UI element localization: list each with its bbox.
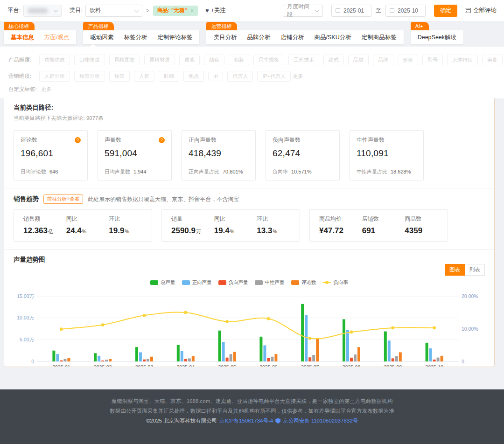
- nav-item[interactable]: 店铺分析: [280, 34, 304, 42]
- bar-neutral-volume: [354, 354, 357, 361]
- period-type-select[interactable]: 月度时间段: [283, 5, 323, 17]
- legend-item-negative-volume[interactable]: 负向声量: [218, 279, 248, 286]
- filter-chip[interactable]: 人群分析: [39, 71, 70, 82]
- filter-chip[interactable]: 颜色: [204, 55, 224, 65]
- filter-chip[interactable]: 品类: [348, 55, 369, 65]
- start-date-input[interactable]: 2025-01: [331, 5, 371, 17]
- goto-analysis-button[interactable]: 前往分析+查看: [43, 194, 83, 204]
- close-icon[interactable]: ×: [190, 7, 194, 14]
- line-point-negative-rate: [184, 311, 187, 314]
- filter-chip[interactable]: 美食: [482, 55, 503, 65]
- stat-card-label: 声量数: [105, 136, 121, 144]
- nav-group-tab: 运营指标: [206, 22, 237, 30]
- confirm-button[interactable]: 确定: [434, 5, 457, 17]
- help-icon[interactable]: ?: [159, 137, 165, 143]
- nav-item[interactable]: 方面/观点: [44, 34, 69, 42]
- comment-list-icon: [465, 8, 471, 13]
- filter-chip[interactable]: 功能功效: [39, 55, 70, 65]
- filter-chip[interactable]: 地点: [183, 71, 204, 82]
- filter-chip[interactable]: 风格图案: [109, 55, 140, 65]
- volume-trend-chart-area: 15.00万10.00万5.00万020.00%10.00%02025-0120…: [4, 293, 494, 367]
- nav-item[interactable]: 基本信息: [11, 34, 34, 42]
- legend-item-neutral-volume[interactable]: 中性声量: [255, 279, 285, 286]
- filter-chip[interactable]: 品牌: [373, 55, 393, 65]
- bar-positive-volume: [305, 315, 308, 361]
- filter-row-1: 营销维度:人群分析场景分析场景人群时间地点IP代言人IP+代言人更多: [8, 71, 504, 82]
- filter-chip[interactable]: 人群: [134, 71, 154, 82]
- filter-chip[interactable]: 原料材质: [144, 55, 175, 65]
- stat-card-sub-value: 10.571%: [291, 169, 311, 174]
- filter-chip[interactable]: 口味味道: [74, 55, 105, 65]
- all-comments-button[interactable]: 全部评论: [465, 7, 497, 14]
- follow-button[interactable]: ♥ +关注: [205, 7, 226, 14]
- filter-chip[interactable]: 质地: [179, 55, 200, 65]
- filter-chip[interactable]: 包装: [229, 55, 249, 65]
- nav-item[interactable]: 标签分析: [124, 34, 147, 42]
- more-link[interactable]: 更多: [41, 86, 51, 93]
- chevron-down-icon: [315, 7, 320, 12]
- end-date-input[interactable]: 2025-10: [385, 5, 426, 17]
- nav-item[interactable]: 定制评论标签: [157, 34, 192, 42]
- toggle-chart-view[interactable]: 图表: [445, 264, 465, 276]
- date-range-to-label: 至: [376, 7, 381, 14]
- bar-positive-volume: [222, 342, 225, 361]
- legend-item-positive-volume[interactable]: 正向声量: [182, 279, 212, 286]
- toggle-list-view[interactable]: 列表: [465, 264, 485, 276]
- bar-comment-count: [67, 358, 70, 361]
- stat-card-value: 110,091: [357, 148, 417, 159]
- nav-group-items: 类目分析品牌分析店铺分析商品/SKU分析定制商品标签: [206, 30, 403, 44]
- legend-item-comment-count[interactable]: 评论数: [291, 279, 316, 286]
- nav-item[interactable]: 商品/SKU分析: [314, 34, 351, 42]
- sales-metric: 销售额12.363亿: [23, 215, 66, 236]
- filter-chip[interactable]: 形状: [398, 55, 418, 65]
- left-axis-tick: 15.00万: [17, 293, 34, 299]
- icp-license-link[interactable]: 京ICP备15061734号-4: [219, 416, 273, 426]
- follow-label: +关注: [211, 7, 226, 14]
- police-license-link[interactable]: 京公网安备 11010502037832号: [283, 416, 358, 426]
- filter-chip[interactable]: 人体特征: [447, 55, 478, 65]
- nav-item[interactable]: 品牌分析: [247, 34, 270, 42]
- nav-group-items: 基本信息方面/观点: [4, 30, 76, 44]
- footer-copyright: ©2025 北京淘幂科技有限公司: [146, 416, 217, 426]
- sales-metric: 商品数4359: [405, 215, 448, 236]
- sales-metric: 销量2590.9万: [171, 215, 214, 236]
- stat-card-sub: 日均评论数646: [21, 168, 81, 175]
- bar-positive-volume: [56, 354, 59, 361]
- stat-card-value: 62,474: [273, 148, 333, 159]
- help-icon[interactable]: ?: [75, 137, 81, 143]
- filter-chip[interactable]: 工艺技术: [288, 55, 319, 65]
- metric-value: 19.9%: [109, 226, 152, 236]
- category-select[interactable]: 饮料: [85, 5, 142, 17]
- stat-card-sub: 中性声量占比18.628%: [357, 168, 417, 175]
- nav-group-tab: 核心指标: [4, 22, 35, 30]
- bar-total-volume: [384, 332, 387, 361]
- legend-item-negative-rate[interactable]: 负向率: [322, 279, 348, 286]
- nav-item[interactable]: 定制商品标签: [362, 34, 397, 42]
- legend-item-total-volume[interactable]: 总声量: [150, 279, 175, 286]
- nav-item[interactable]: DeepSeek解读: [418, 34, 456, 42]
- left-axis-tick: 0: [31, 359, 34, 364]
- filter-chip[interactable]: 代言人: [227, 71, 253, 82]
- nav-item[interactable]: 类目分析: [213, 34, 237, 42]
- stat-card-value: 418,439: [189, 148, 249, 159]
- sales-trend-title: 销售趋势: [14, 195, 39, 203]
- bar-neutral-volume: [230, 354, 232, 361]
- filter-chip[interactable]: 尺寸规格: [253, 55, 284, 65]
- legend-label: 负向率: [333, 279, 348, 286]
- filter-chip[interactable]: 场景分析: [74, 71, 105, 82]
- more-link[interactable]: 更多: [293, 73, 303, 80]
- filter-chip[interactable]: 型号: [422, 55, 443, 65]
- filter-chip[interactable]: 场景: [109, 71, 130, 82]
- stat-card-sub-value: 646: [49, 169, 58, 174]
- stat-card-sub-value: 18.628%: [391, 169, 411, 174]
- filter-chip[interactable]: IP: [208, 72, 223, 81]
- nav-item[interactable]: 驱动因素: [90, 34, 113, 42]
- legend-line-icon: [322, 282, 331, 284]
- filter-chip[interactable]: IP+代言人: [257, 71, 291, 82]
- metric-value: ¥47.72: [319, 226, 362, 236]
- platform-select[interactable]: [23, 5, 62, 17]
- filter-chip[interactable]: 款式: [323, 55, 344, 65]
- filter-chip[interactable]: 时间: [159, 71, 179, 82]
- keyword-filter-tag[interactable]: 商品: "无糖" ×: [153, 6, 198, 16]
- line-negative-rate: [61, 312, 434, 339]
